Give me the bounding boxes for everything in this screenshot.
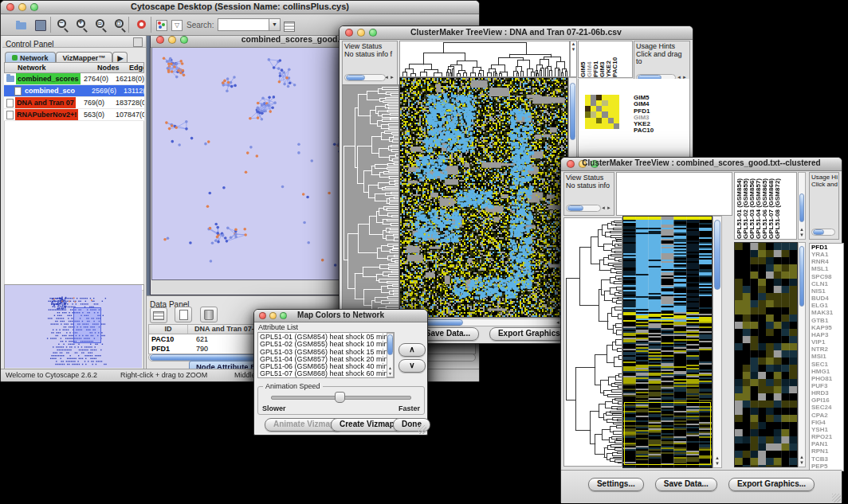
network-row-rnapuber[interactable]: RNAPuberNov2+! 563(0) 107847(0): [4, 109, 144, 121]
tv1-array-dendrogram[interactable]: [399, 41, 570, 77]
folder-icon: [6, 76, 14, 82]
gene-label[interactable]: PHO81: [811, 375, 843, 382]
gene-label[interactable]: GPI16: [811, 397, 843, 404]
tv1-dendro-scroll-strip[interactable]: ▲▼: [570, 41, 577, 77]
gene-label[interactable]: HAP3: [811, 331, 843, 338]
matrix-cell: [585, 106, 591, 111]
tv2-vscrollbar[interactable]: ▲▼: [713, 216, 722, 468]
gene-label[interactable]: PFD1: [811, 244, 843, 251]
gene-label[interactable]: YSH1: [811, 426, 843, 433]
zoom-selected-icon[interactable]: ▭: [92, 18, 108, 33]
tv2-zoom-heatmap[interactable]: [734, 242, 798, 467]
usage-hints-scrollbar[interactable]: [811, 229, 835, 236]
main-title-bar[interactable]: Cytoscape Desktop (Session Name: collins…: [1, 1, 479, 14]
gene-label[interactable]: SPC98: [811, 273, 843, 280]
float-panel-icon[interactable]: [133, 37, 143, 47]
gene-label[interactable]: SEC1: [811, 361, 843, 368]
gene-label[interactable]: NTR2: [811, 346, 843, 353]
matrix-cell: [608, 118, 614, 123]
gene-label[interactable]: VIP1: [811, 338, 843, 346]
delete-attribute-icon[interactable]: [200, 307, 218, 322]
attribute-list[interactable]: GPL51-01 (GSM854) heat shock 05 minGPL51…: [257, 332, 395, 378]
scroll-right-icon[interactable]: ►: [390, 75, 395, 80]
tv2-usage-hints-panel: Usage Hi Click and: [809, 172, 839, 240]
tv1-heatmap[interactable]: [399, 77, 568, 318]
treeview-button[interactable]: Export Graphics...: [728, 478, 815, 491]
matrix-cell: [614, 95, 619, 100]
gene-label[interactable]: HMG1: [811, 368, 843, 375]
resize-grip[interactable]: [418, 425, 426, 434]
matrix-row-label: PAC10: [634, 127, 654, 134]
matrix-cell: [608, 106, 614, 111]
attribute-list-scrollbar[interactable]: ▲▼: [387, 333, 394, 377]
matrix-cell: [614, 118, 619, 123]
gene-label[interactable]: GTB1: [811, 317, 843, 324]
move-down-button[interactable]: ∨: [398, 359, 426, 373]
gene-label[interactable]: KAP95: [811, 324, 843, 331]
similarity-matrix[interactable]: [585, 95, 619, 129]
gene-label[interactable]: SEC24: [811, 404, 843, 411]
resize-grip[interactable]: [832, 494, 841, 502]
tv2-array-dendrogram-area[interactable]: [616, 172, 732, 216]
gene-label[interactable]: MSI1: [811, 353, 843, 360]
gene-label[interactable]: CPA2: [811, 412, 843, 419]
tv2-gene-dendrogram[interactable]: [563, 217, 622, 467]
move-up-button[interactable]: ∧: [398, 343, 426, 357]
treeview-button[interactable]: Save Data...: [655, 478, 717, 491]
open-file-icon[interactable]: [14, 18, 29, 33]
gene-label[interactable]: TCB3: [811, 455, 843, 463]
view-status-scrollbar[interactable]: [344, 74, 386, 81]
scroll-left-icon[interactable]: ◄: [384, 75, 389, 80]
gene-label[interactable]: MAK31: [811, 309, 843, 316]
matrix-cell: [602, 100, 607, 106]
search-input[interactable]: [218, 18, 272, 31]
matrix-cell: [602, 106, 607, 111]
tv2-gene-list[interactable]: PFD1YRA1RNR4MSL1SPC98CLN1NIS1BUD4ELG1MAK…: [809, 243, 844, 471]
zoom-out-icon[interactable]: −: [53, 18, 69, 33]
gene-label[interactable]: PEP5: [811, 463, 843, 470]
tv2-zoom-scrollbar[interactable]: ▲▼: [798, 242, 806, 467]
vizmapper-icon[interactable]: [154, 18, 170, 33]
filter-icon[interactable]: ▽: [169, 18, 185, 33]
gene-label[interactable]: PAN1: [811, 440, 843, 447]
gene-label[interactable]: RPN1: [811, 447, 843, 455]
faster-label: Faster: [398, 404, 420, 412]
search-dropdown-arrow-icon[interactable]: ▼: [269, 18, 281, 31]
usage-hints-line2: Click and: [811, 182, 838, 189]
scroll-right-icon[interactable]: ►: [607, 205, 611, 211]
gene-label[interactable]: RPO21: [811, 433, 843, 440]
network-row-combined-scores[interactable]: combined_scores 2764(0) 16218(0): [4, 73, 144, 85]
gene-label[interactable]: YRA1: [811, 251, 843, 258]
birdseye-view[interactable]: [4, 284, 144, 370]
gene-label[interactable]: BUD4: [811, 295, 843, 302]
column-label: PAC10: [612, 41, 618, 77]
gene-label[interactable]: MSL1: [811, 265, 843, 272]
tv2-heatmap[interactable]: [622, 216, 713, 468]
network-row-selected[interactable]: combined_sco 2569(6) 13112(15): [4, 85, 144, 97]
usage-hints-line2: Click and drag to: [636, 51, 689, 66]
gene-label[interactable]: NIS1: [811, 287, 843, 295]
tv1-gene-dendrogram[interactable]: [342, 84, 399, 317]
tv1-column-labels: GIM5GIM4PFD1GIM3YKE2PAC10: [578, 41, 633, 78]
speed-slider-thumb[interactable]: [335, 392, 345, 403]
treeview-button[interactable]: Settings...: [588, 478, 644, 491]
gene-label[interactable]: RNR4: [811, 258, 843, 265]
attribute-list-item[interactable]: GPL51-07 (GSM868) heat shock 60 min: [260, 370, 392, 377]
gene-label[interactable]: CLN1: [811, 280, 843, 287]
attribute-select-icon[interactable]: [150, 307, 167, 323]
zoom-fit-icon[interactable]: ◻: [111, 18, 127, 33]
help-icon[interactable]: [133, 18, 149, 33]
table-edit-icon[interactable]: [283, 18, 299, 33]
gene-label[interactable]: ELG1: [811, 302, 843, 309]
gene-label[interactable]: FIG4: [811, 419, 843, 426]
network-row-dna-tran[interactable]: DNA and Tran 07 769(0) 183728(0): [4, 97, 144, 109]
new-attribute-icon[interactable]: [175, 307, 192, 322]
zoom-in-icon[interactable]: +: [73, 18, 88, 33]
gene-label[interactable]: HRD3: [811, 389, 843, 397]
column-label: GPL51-08 (GSM872): [775, 173, 781, 239]
view-status-scrollbar[interactable]: [566, 205, 601, 212]
gene-label[interactable]: PUF3: [811, 382, 843, 389]
scroll-left-icon[interactable]: ◄: [601, 205, 606, 211]
tv2-label-scrollbar[interactable]: ▲▼: [798, 172, 806, 240]
save-icon[interactable]: [33, 18, 49, 33]
